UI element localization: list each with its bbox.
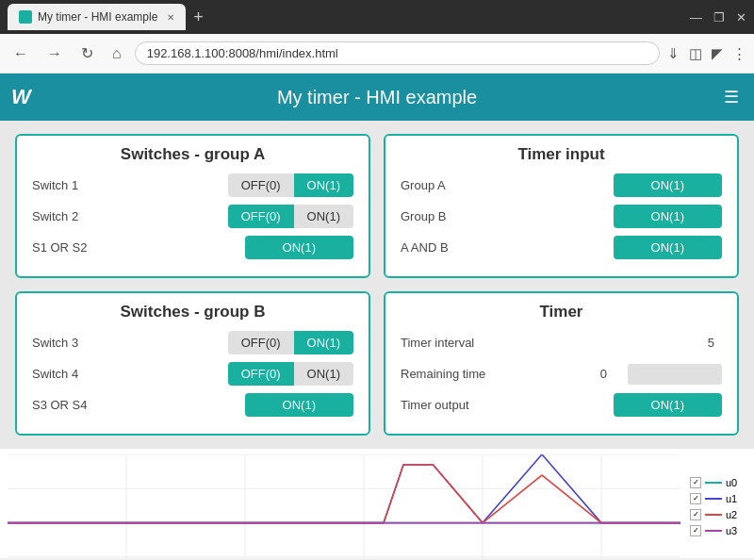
switch2-label: Switch 2 [32,209,78,223]
switch2-row: Switch 2 OFF(0) ON(1) [32,205,353,228]
close-button[interactable]: ✕ [736,10,746,25]
back-button[interactable]: ← [8,41,34,66]
group-a-value: ON(1) [614,173,722,197]
tab-close-button[interactable]: ✕ [167,12,174,23]
group-b-label: Group B [401,209,446,223]
restore-button[interactable]: ❐ [713,10,725,25]
legend-u2-label: u2 [726,509,737,520]
timer-output-label: Timer output [401,398,469,412]
legend-u0-line [705,482,722,484]
tab-favicon [19,10,32,24]
legend-u0-label: u0 [726,477,737,488]
timer-interval-label: Timer interval [401,336,474,350]
remaining-value: 0 [593,362,615,386]
address-bar[interactable] [135,41,660,65]
split-view-icon: ◤ [712,45,723,62]
remaining-bar [628,364,722,385]
group-a-row: Group A ON(1) [401,173,722,197]
s1-or-s2-value: ON(1) [245,236,353,259]
timer-title: Timer [401,303,722,321]
legend-u3-label: u3 [726,525,737,536]
app-logo: W [11,85,31,109]
main-content: Switches - group A Switch 1 OFF(0) ON(1)… [0,121,754,449]
app-menu-icon[interactable]: ☰ [724,87,739,107]
legend-u1-label: u1 [726,493,737,504]
s3-or-s4-label: S3 OR S4 [32,398,88,412]
timer-interval-row: Timer interval 5 [401,331,722,354]
home-button[interactable]: ⌂ [107,41,127,66]
switches-group-b-panel: Switches - group B Switch 3 OFF(0) ON(1)… [15,291,370,436]
browser-navbar: ← → ↻ ⌂ ⇓ ◫ ◤ ⋮ [0,34,754,74]
switch3-toggle[interactable]: OFF(0) ON(1) [228,331,353,354]
switch1-off-button[interactable]: OFF(0) [228,173,294,197]
extensions-icon: ◫ [689,45,702,62]
switch1-toggle[interactable]: OFF(0) ON(1) [228,173,353,197]
switch3-on-button[interactable]: ON(1) [294,331,353,354]
new-tab-button[interactable]: + [193,8,204,27]
group-b-value: ON(1) [614,205,722,228]
s1-or-s2-label: S1 OR S2 [32,240,88,255]
chart-svg-area: 4 2 0 15:22:55 15:23 15:23:05 15:23:10 [8,454,680,558]
switch1-row: Switch 1 OFF(0) ON(1) [32,173,353,197]
legend-u3: ✓ u3 [690,525,746,536]
legend-u0-checkbox[interactable]: ✓ [690,477,701,488]
app-title: My timer - HMI example [277,87,477,108]
timer-output-value: ON(1) [614,393,722,417]
switch1-on-button[interactable]: ON(1) [294,173,353,197]
chart-svg [8,454,680,558]
remaining-display: 0 [593,362,722,386]
switch4-off-button[interactable]: OFF(0) [228,362,294,386]
switch2-on-button[interactable]: ON(1) [294,205,353,228]
browser-menu-icon[interactable]: ⋮ [732,45,746,62]
legend-u3-line [705,530,722,532]
u2-line [8,465,680,523]
legend-u3-checkbox[interactable]: ✓ [690,525,701,536]
s3-or-s4-row: S3 OR S4 ON(1) [32,393,353,417]
browser-tab[interactable]: My timer - HMI example ✕ [8,4,186,30]
timer-interval-value: 5 [700,331,722,354]
app-header: W My timer - HMI example ☰ [0,74,754,121]
switch4-toggle[interactable]: OFF(0) ON(1) [228,362,353,386]
switch1-label: Switch 1 [32,178,78,192]
refresh-button[interactable]: ↻ [75,41,99,66]
switch3-label: Switch 3 [32,336,78,350]
legend-u0: ✓ u0 [690,477,746,488]
forward-button[interactable]: → [41,41,68,66]
browser-nav-icons: ⇓ ◫ ◤ ⋮ [667,45,746,62]
timer-input-panel: Timer input Group A ON(1) Group B ON(1) … [384,134,739,278]
group-a-label: Group A [401,178,446,192]
switch4-row: Switch 4 OFF(0) ON(1) [32,362,353,386]
minimize-button[interactable]: — [690,10,702,25]
legend-u2-checkbox[interactable]: ✓ [690,509,701,520]
a-and-b-row: A AND B ON(1) [401,236,722,259]
switches-group-b-title: Switches - group B [32,303,353,321]
content-wrapper: Switches - group A Switch 1 OFF(0) ON(1)… [0,121,754,560]
timer-input-title: Timer input [401,145,722,164]
remaining-label: Remaining time [401,367,485,381]
group-b-row: Group B ON(1) [401,205,722,228]
timer-output-row: Timer output ON(1) [401,393,722,417]
tab-title: My timer - HMI example [38,10,157,24]
switch3-off-button[interactable]: OFF(0) [228,331,294,354]
s3-or-s4-value: ON(1) [245,393,353,417]
legend-u2: ✓ u2 [690,509,746,520]
legend-u1-checkbox[interactable]: ✓ [690,493,701,504]
s1-or-s2-row: S1 OR S2 ON(1) [32,236,353,259]
legend-u1: ✓ u1 [690,493,746,504]
switch2-toggle[interactable]: OFF(0) ON(1) [228,205,353,228]
switch3-row: Switch 3 OFF(0) ON(1) [32,331,353,354]
a-and-b-value: ON(1) [614,236,722,259]
switches-group-a-title: Switches - group A [32,145,353,164]
download-icon: ⇓ [667,45,680,62]
switch4-label: Switch 4 [32,367,78,381]
switches-group-a-panel: Switches - group A Switch 1 OFF(0) ON(1)… [15,134,370,278]
legend-u2-line [705,514,722,516]
remaining-time-row: Remaining time 0 [401,362,722,386]
legend-u1-line [705,498,722,500]
switch2-off-button[interactable]: OFF(0) [228,205,294,228]
chart-container: 4 2 0 15:22:55 15:23 15:23:05 15:23:10 ✓… [0,449,754,558]
timer-panel: Timer Timer interval 5 Remaining time 0 … [384,291,739,436]
a-and-b-label: A AND B [401,240,449,255]
browser-titlebar: My timer - HMI example ✕ + — ❐ ✕ [0,0,754,34]
switch4-on-button[interactable]: ON(1) [294,362,353,386]
